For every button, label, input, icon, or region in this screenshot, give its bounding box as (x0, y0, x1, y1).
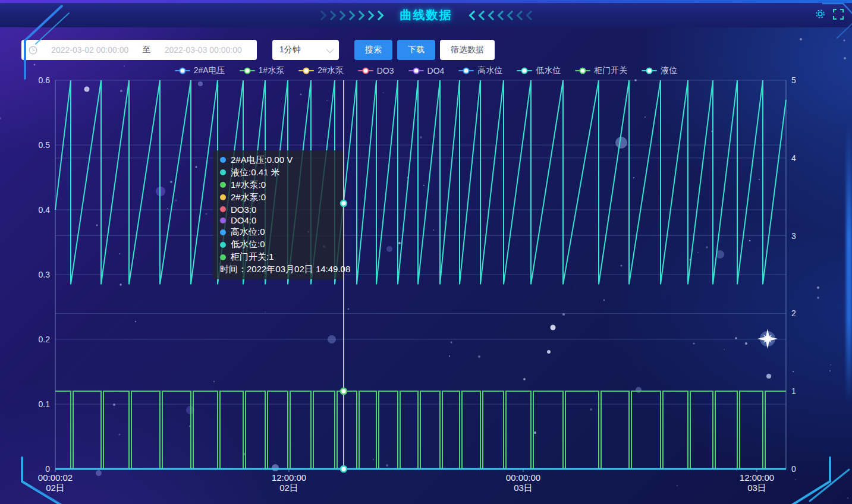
svg-text:1: 1 (791, 386, 796, 396)
gridlines (55, 80, 786, 404)
series-dot (220, 242, 226, 248)
series-dot (220, 194, 226, 200)
svg-text:12:00:00: 12:00:00 (272, 472, 306, 483)
svg-text:2: 2 (791, 308, 796, 318)
series-liquid-level (55, 80, 786, 284)
x-axis-labels: 00:00:0202日12:00:0002日00:00:0003日12:00:0… (38, 469, 774, 493)
chart-tooltip: 2#A电压:0.00 V液位:0.41 米1#水泵:02#水泵:0DO3:0DO… (213, 150, 344, 279)
tooltip-row: DO4:0 (220, 215, 337, 225)
tooltip-row: DO3:0 (220, 204, 337, 215)
tooltip-row: 2#A电压:0.00 V (220, 155, 337, 166)
svg-text:03日: 03日 (747, 483, 766, 493)
series-dot (220, 182, 226, 188)
series-dot (220, 157, 226, 163)
tooltip-row: 1#水泵:0 (220, 179, 337, 191)
dashboard: 0.60.50.40.30.20.1054321000:00:0202日12:0… (0, 0, 852, 504)
svg-text:00:00:02: 00:00:02 (38, 472, 73, 483)
tooltip-time: 时间：2022年03月02日 14:49.08 (220, 264, 337, 275)
series-dot (220, 218, 226, 223)
svg-text:0.6: 0.6 (39, 75, 51, 85)
svg-text:3: 3 (791, 231, 796, 241)
svg-text:0.4: 0.4 (39, 205, 51, 215)
curve-chart[interactable]: 0.60.50.40.30.20.1054321000:00:0202日12:0… (0, 0, 852, 504)
y-axis-right-labels: 543210 (791, 75, 796, 474)
svg-text:0.5: 0.5 (39, 140, 51, 150)
svg-text:02日: 02日 (46, 483, 65, 493)
series-dot (220, 169, 226, 175)
starfield (0, 38, 848, 499)
tooltip-row: 柜门开关:1 (220, 251, 337, 263)
svg-text:0.3: 0.3 (39, 270, 51, 279)
svg-text:0.1: 0.1 (39, 399, 51, 409)
svg-text:0: 0 (791, 464, 796, 474)
svg-text:03日: 03日 (514, 483, 533, 493)
svg-text:0.2: 0.2 (39, 335, 51, 344)
tooltip-row: 液位:0.41 米 (220, 167, 337, 178)
svg-text:12:00:00: 12:00:00 (740, 472, 774, 483)
tooltip-row: 低水位:0 (220, 239, 337, 250)
svg-text:02日: 02日 (279, 483, 298, 493)
tooltip-row: 2#水泵:0 (220, 192, 337, 203)
svg-text:00:00:00: 00:00:00 (506, 472, 540, 483)
svg-text:5: 5 (791, 75, 796, 85)
series-door-switch (55, 391, 786, 469)
series-dot (220, 206, 226, 212)
tooltip-row: 高水位:0 (220, 226, 337, 238)
y-axis-left-labels: 0.60.50.40.30.20.10 (39, 75, 51, 474)
series-dot (220, 229, 226, 235)
svg-text:4: 4 (791, 153, 796, 163)
series-dot (220, 254, 226, 260)
